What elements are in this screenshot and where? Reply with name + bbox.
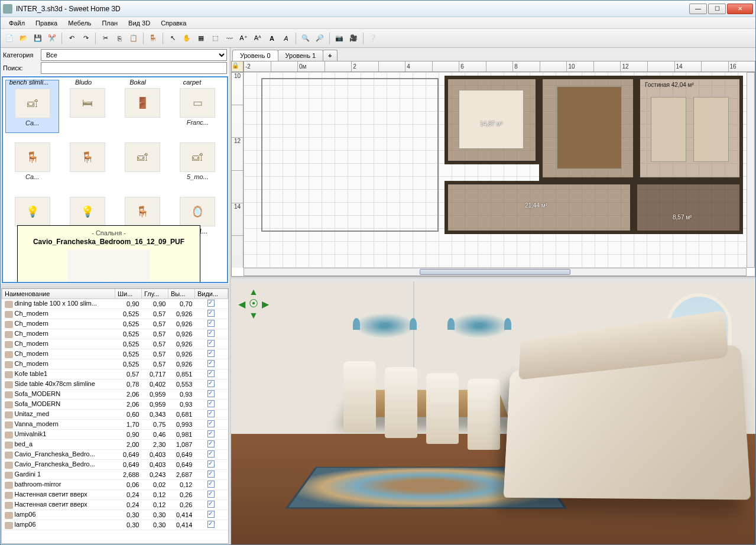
visible-checkbox[interactable] (207, 511, 215, 518)
table-row[interactable]: Gardini 12,6880,2432,687 (2, 470, 228, 480)
vertical-splitter[interactable] (1, 284, 229, 287)
zoom-in-icon[interactable]: 🔍 (299, 32, 312, 45)
plan-room[interactable]: Гостиная 42,04 м² (637, 76, 743, 181)
tab-level-0[interactable]: Уровень 0 (232, 50, 278, 61)
visible-checkbox[interactable] (207, 471, 215, 478)
table-row[interactable]: Side table 40x78cm slimline0,780,4020,55… (2, 379, 228, 390)
col-height[interactable]: Вы... (168, 289, 194, 299)
plan-room[interactable] (539, 76, 637, 181)
video-icon[interactable]: 🎥 (347, 32, 360, 45)
save-icon[interactable]: 💾 (31, 32, 44, 45)
visible-checkbox[interactable] (207, 501, 215, 508)
catalog-item[interactable]: Bludo🛏 (60, 80, 114, 133)
table-row[interactable]: Ch_modern0,5250,570,926 (2, 319, 228, 329)
table-row[interactable]: Ch_modern0,5250,570,926 (2, 329, 228, 339)
col-visible[interactable]: Види... (194, 289, 228, 299)
table-row[interactable]: Cavio_Francheska_Bedro...0,6490,4030,649 (2, 450, 228, 460)
table-row[interactable]: Kofe table10,570,7170,851 (2, 369, 228, 379)
table-row[interactable]: Umivalnik10,900,460,981 (2, 430, 228, 440)
menu-help[interactable]: Справка (156, 18, 191, 28)
table-row[interactable]: Ch_modern0,5250,570,926 (2, 349, 228, 359)
add-furniture-icon[interactable]: 🪑 (147, 32, 160, 45)
preferences-icon[interactable]: ✂️ (46, 32, 59, 45)
furniture-catalog[interactable]: bench slimli...🛋Ca... Bludo🛏 Bokal🚪 carp… (2, 76, 228, 283)
table-row[interactable]: Ch_modern0,5250,570,926 (2, 359, 228, 369)
visible-checkbox[interactable] (207, 440, 215, 447)
nav-right-icon[interactable]: ▶ (259, 298, 271, 310)
paste-icon[interactable]: 📋 (127, 32, 140, 45)
search-input[interactable] (41, 62, 227, 74)
new-icon[interactable]: 📄 (3, 32, 16, 45)
menu-edit[interactable]: Правка (31, 18, 62, 28)
catalog-item[interactable]: 🪑 (60, 134, 114, 187)
scrollbar-thumb[interactable] (420, 269, 570, 275)
table-row[interactable]: Unitaz_med0,600,3430,681 (2, 410, 228, 420)
catalog-item[interactable]: bench slimli...🛋Ca... (5, 80, 59, 133)
visible-checkbox[interactable] (207, 330, 215, 337)
catalog-item[interactable]: 🪑Ca... (5, 134, 59, 187)
tab-level-1[interactable]: Уровень 1 (278, 50, 324, 61)
dimension-tool-icon[interactable]: A⁺ (237, 32, 250, 45)
catalog-item[interactable]: 🛋 (116, 134, 170, 187)
col-depth[interactable]: Глу... (141, 289, 168, 299)
visible-checkbox[interactable] (207, 430, 215, 437)
table-row[interactable]: Ch_modern0,5250,570,926 (2, 339, 228, 349)
table-row[interactable]: Sofa_MODERN2,060,9590,93 (2, 390, 228, 400)
visible-checkbox[interactable] (207, 400, 215, 407)
furniture-list[interactable]: Наименование Ши... Глу... Вы... Види... … (1, 288, 229, 544)
menu-plan[interactable]: План (98, 18, 123, 28)
table-row[interactable]: lamp060,300,300,414 (2, 510, 228, 520)
nav-left-icon[interactable]: ◀ (236, 298, 248, 310)
visible-checkbox[interactable] (207, 390, 215, 397)
visible-checkbox[interactable] (207, 360, 215, 367)
undo-icon[interactable]: ↶ (65, 32, 78, 45)
redo-icon[interactable]: ↷ (79, 32, 92, 45)
maximize-button[interactable]: ☐ (708, 4, 726, 14)
table-row[interactable]: Vanna_modern1,700,750,993 (2, 420, 228, 430)
visible-checkbox[interactable] (207, 410, 215, 417)
close-button[interactable]: ✕ (727, 4, 753, 14)
menu-furniture[interactable]: Мебель (63, 18, 96, 28)
plan-drawing-area[interactable]: 14,87 м² Гостиная 42,04 м² 21,44 м² (244, 72, 747, 268)
plan-scrollbar-h[interactable] (244, 268, 747, 276)
table-row[interactable]: bathroom-mirror0,060,020,12 (2, 480, 228, 490)
col-name[interactable]: Наименование (2, 289, 115, 299)
table-row[interactable]: dining table 100 x 100 slim...0,900,900,… (2, 299, 228, 309)
plan-room[interactable]: 21,44 м² (444, 181, 634, 234)
visible-checkbox[interactable] (207, 320, 215, 327)
plan-room[interactable]: 8,57 м² (634, 181, 743, 234)
bold-icon[interactable]: A (265, 32, 278, 45)
plan-furniture[interactable] (557, 86, 622, 169)
nav-3d-widget[interactable]: ▲ ◀⦿▶ ▼ (236, 286, 271, 322)
col-width[interactable]: Ши... (115, 289, 142, 299)
plan-2d-view[interactable]: 🔒 -20м246810121416 101214 14,87 м² Гости… (231, 61, 755, 277)
tab-add-level[interactable]: + (323, 50, 337, 61)
catalog-item[interactable]: Bokal🚪 (116, 80, 170, 133)
view-3d[interactable]: ▲ ◀⦿▶ ▼ (231, 281, 755, 544)
visible-checkbox[interactable] (207, 450, 215, 458)
italic-icon[interactable]: A (280, 32, 293, 45)
help-icon[interactable]: ❔ (366, 32, 379, 45)
visible-checkbox[interactable] (207, 521, 215, 528)
catalog-item[interactable]: carpet▭Franc... (171, 80, 225, 133)
cut-icon[interactable]: ✂ (99, 32, 112, 45)
room-tool-icon[interactable]: ⬚ (209, 32, 222, 45)
minimize-button[interactable]: — (689, 4, 707, 14)
nav-up-icon[interactable]: ▲ (248, 286, 259, 298)
table-row[interactable]: lamp060,300,300,414 (2, 520, 228, 530)
catalog-item[interactable]: 🛋5_mo... (171, 134, 225, 187)
table-row[interactable]: Cavio_Francheska_Bedro...0,6490,4030,649 (2, 460, 228, 470)
menu-3dview[interactable]: Вид 3D (124, 18, 155, 28)
plan-furniture[interactable] (459, 90, 524, 149)
open-icon[interactable]: 📂 (17, 32, 30, 45)
visible-checkbox[interactable] (207, 370, 215, 377)
plan-room[interactable]: 14,87 м² (444, 76, 539, 164)
visible-checkbox[interactable] (207, 481, 215, 488)
visible-checkbox[interactable] (207, 460, 215, 468)
wall-tool-icon[interactable]: ▦ (194, 32, 207, 45)
plan-furniture[interactable] (651, 97, 686, 162)
copy-icon[interactable]: ⎘ (113, 32, 126, 45)
visible-checkbox[interactable] (207, 340, 215, 347)
table-row[interactable]: Настенная светит вверх0,240,120,26 (2, 500, 228, 510)
visible-checkbox[interactable] (207, 380, 215, 387)
